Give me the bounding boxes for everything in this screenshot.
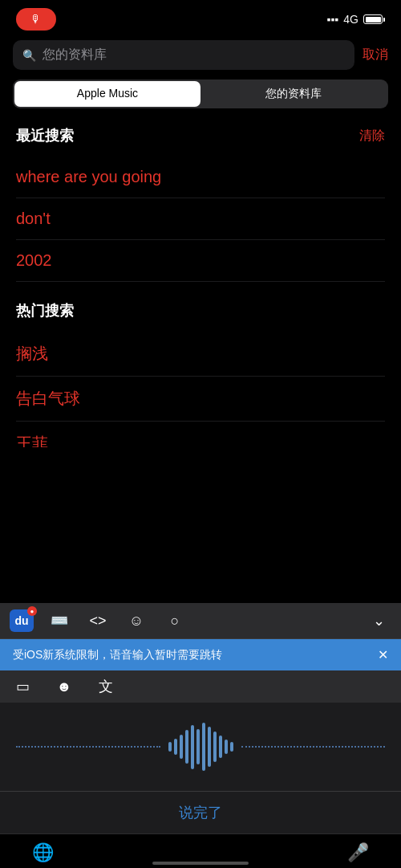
mic-bottom-icon[interactable]: 🎤 xyxy=(347,842,369,863)
mic-status-button[interactable]: 🎙 xyxy=(16,8,56,31)
segment-your-library[interactable]: 您的资料库 xyxy=(200,81,387,107)
recent-search-item-2[interactable]: don't xyxy=(16,198,385,240)
notification-badge: ● xyxy=(27,606,37,616)
clipboard-icon[interactable]: ▭ xyxy=(10,678,35,695)
wave-bar xyxy=(196,729,200,764)
search-bar-container: 🔍 您的资料库 取消 xyxy=(0,35,401,75)
hot-searches-title: 热门搜索 xyxy=(16,301,74,320)
collapse-keyboard-icon[interactable]: ⌄ xyxy=(366,612,391,630)
emoji-icon[interactable]: ☺ xyxy=(124,613,149,630)
clear-button[interactable]: 清除 xyxy=(359,128,385,145)
hot-search-item-1[interactable]: 搁浅 xyxy=(16,332,385,377)
keyboard-second-row: ▭ ☻ 文 xyxy=(0,670,401,703)
notification-banner: 受iOS新系统限制，语音输入暂时需要跳转 ✕ xyxy=(0,639,401,670)
translate-icon[interactable]: 文 xyxy=(93,677,119,696)
keyboard-icon[interactable]: ⌨️ xyxy=(47,612,72,630)
done-area: 说完了 xyxy=(0,791,401,833)
wave-line-left xyxy=(16,746,160,748)
status-left: 🎙 xyxy=(16,8,56,31)
content-area: 最近搜索 清除 where are you going don't 2002 热… xyxy=(0,113,401,447)
battery-icon xyxy=(363,14,385,24)
mic-status-icon: 🎙 xyxy=(30,13,42,26)
status-right: ▪▪▪ 4G xyxy=(326,13,385,26)
sticker-icon[interactable]: ☻ xyxy=(51,679,77,695)
wave-bar xyxy=(208,727,211,767)
recent-search-item-1[interactable]: where are you going xyxy=(16,157,385,198)
notification-close-button[interactable]: ✕ xyxy=(378,647,388,662)
wave-bar xyxy=(219,736,222,758)
search-icon: 🔍 xyxy=(22,49,36,62)
hot-search-item-3[interactable]: 王菲 xyxy=(16,422,385,447)
search-placeholder: 您的资料库 xyxy=(43,47,107,63)
wave-bar xyxy=(180,735,183,759)
recent-searches-header: 最近搜索 清除 xyxy=(16,126,385,145)
keyboard-area: du ● ⌨️ <> ☺ ○ ⌄ 受iOS新系统限制，语音输入暂时需要跳转 ✕ … xyxy=(0,603,401,868)
wave-bar xyxy=(191,725,194,769)
search-input-wrap[interactable]: 🔍 您的资料库 xyxy=(13,40,354,70)
segment-apple-music[interactable]: Apple Music xyxy=(14,81,200,107)
segment-control: Apple Music 您的资料库 xyxy=(13,79,388,108)
globe-icon[interactable]: 🌐 xyxy=(32,842,54,863)
hot-searches-section: 热门搜索 搁浅 告白气球 王菲 xyxy=(16,301,385,447)
signal-bars-icon: ▪▪▪ xyxy=(326,13,338,26)
code-brackets-icon[interactable]: <> xyxy=(85,613,111,630)
wave-bar xyxy=(185,730,188,764)
hot-search-item-2[interactable]: 告白气球 xyxy=(16,377,385,422)
recent-searches-title: 最近搜索 xyxy=(16,126,74,145)
wave-bar xyxy=(168,742,172,752)
network-type-label: 4G xyxy=(343,13,358,26)
wave-bar xyxy=(202,723,205,771)
search-keyboard-icon[interactable]: ○ xyxy=(162,613,188,630)
wave-line-right xyxy=(241,746,386,748)
home-indicator xyxy=(152,862,249,865)
status-bar: 🎙 ▪▪▪ 4G xyxy=(0,0,401,35)
baidu-input-icon[interactable]: du ● xyxy=(10,609,34,632)
recent-search-item-3[interactable]: 2002 xyxy=(16,240,385,282)
hot-searches-header: 热门搜索 xyxy=(16,301,385,320)
notification-text: 受iOS新系统限制，语音输入暂时需要跳转 xyxy=(13,648,368,662)
wave-bar xyxy=(225,740,228,754)
wave-bar xyxy=(213,731,217,762)
cancel-button[interactable]: 取消 xyxy=(363,47,388,63)
wave-bar xyxy=(230,742,233,752)
keyboard-top-row: du ● ⌨️ <> ☺ ○ ⌄ xyxy=(0,603,401,639)
voice-wave-area xyxy=(0,703,401,791)
done-button[interactable]: 说完了 xyxy=(179,805,222,821)
wave-bar xyxy=(174,739,177,755)
voice-waveform xyxy=(160,723,241,771)
